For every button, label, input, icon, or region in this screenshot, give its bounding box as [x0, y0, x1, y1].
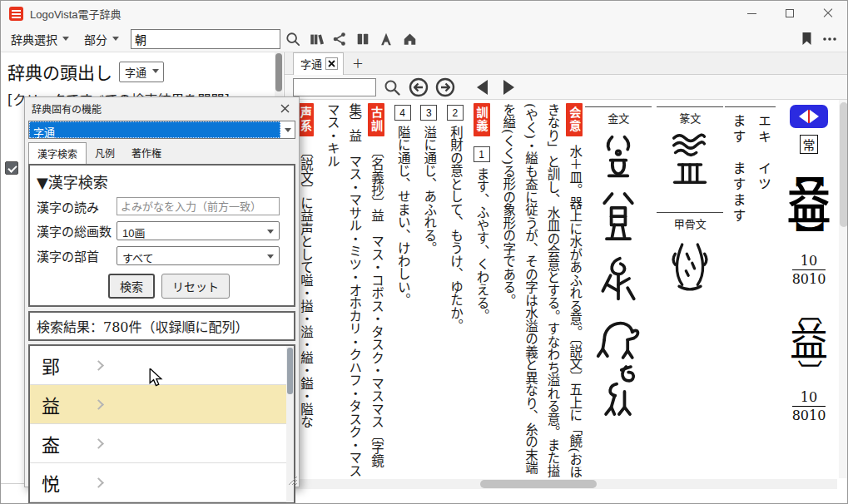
history-back-button[interactable]	[408, 77, 429, 98]
search-submit-button[interactable]: 検索	[108, 274, 155, 299]
chevron-right-icon	[93, 399, 104, 410]
kokun-badge: 古訓	[368, 103, 384, 136]
new-tab-button[interactable]: ＋	[344, 54, 372, 74]
dialog-title: 辞典固有の機能	[32, 101, 102, 116]
kungi-text-2: 利財の意として、もうけ、ゆたか。	[448, 126, 463, 332]
dialog-dict-selected: 字通	[29, 121, 280, 138]
horizontal-scrollbar-thumb[interactable]	[480, 480, 597, 488]
bookmark-button[interactable]	[796, 28, 817, 50]
tab-jitsu[interactable]: 字通	[293, 52, 344, 75]
stroke-count: 10	[792, 253, 826, 270]
vertical-scrollbar-thumb[interactable]	[840, 102, 848, 227]
bronze-column: 金文	[585, 106, 652, 484]
share-button[interactable]	[329, 28, 350, 50]
article-content: 常 【 益 】 10 8010 〔 益 〕 10 8010	[285, 100, 848, 504]
ancient-glyph-table: 篆文 甲骨文 金文	[585, 106, 723, 484]
prev-entry-button[interactable]	[471, 77, 493, 98]
list-item-highlighted[interactable]: 益	[30, 385, 294, 424]
home-icon	[402, 32, 418, 47]
item-number: 4	[394, 105, 411, 121]
library-button[interactable]	[305, 28, 327, 50]
dict-checkbox[interactable]	[5, 161, 18, 175]
horizontal-scrollbar[interactable]	[285, 479, 837, 489]
radical-select[interactable]: すべて	[117, 246, 280, 265]
ellipsis-icon	[822, 37, 837, 42]
arrow-right-circle-icon	[435, 77, 455, 97]
tab-copyright[interactable]: 著作権	[123, 142, 170, 164]
reading-input[interactable]	[117, 197, 280, 215]
list-item[interactable]: 悦	[30, 463, 294, 502]
chevron-down-icon	[285, 128, 291, 132]
home-button[interactable]	[399, 28, 420, 50]
bronze-glyph-5	[595, 363, 642, 418]
kaii-badge: 会意	[566, 103, 583, 136]
section-kokun: 古訓〔名義抄〕益 マス・コボス・タスク・マスマス〔字鏡集〕益 マス・マサル・ミツ…	[320, 103, 387, 484]
dict-select-label: 辞典選択	[11, 31, 57, 47]
match-mode-label: 部分	[84, 31, 107, 47]
section-kungi-item-1: 訓義1ます、ふやす、くわえる。	[470, 103, 493, 484]
bronze-glyph-4	[595, 309, 642, 360]
panel-dict-select[interactable]: 字通	[119, 62, 164, 82]
more-options-button[interactable]	[819, 28, 841, 50]
match-mode-dropdown[interactable]: 部分	[79, 27, 124, 51]
chevron-right-icon	[93, 477, 104, 488]
panel-title: 辞典の頭出し	[7, 59, 112, 84]
library-books-icon	[309, 32, 325, 47]
result-kanji: 益	[42, 391, 60, 418]
two-pane-button[interactable]	[352, 28, 374, 50]
dialog-dict-combobox[interactable]: 字通	[28, 121, 295, 139]
close-button[interactable]	[809, 1, 847, 26]
font-size-button[interactable]	[375, 28, 397, 50]
dict-select-dropdown[interactable]: 辞典選択	[6, 27, 74, 51]
chevron-down-icon	[152, 69, 159, 73]
chevron-down-icon	[267, 230, 274, 234]
dialog-close-button[interactable]	[277, 101, 292, 116]
result-kanji: 悦	[42, 469, 60, 496]
dialog-titlebar[interactable]: 辞典固有の機能	[25, 97, 299, 119]
two-pane-icon	[355, 32, 370, 47]
headword-old-kanji: 益	[790, 320, 828, 364]
results-scrollbar-thumb[interactable]	[287, 348, 293, 394]
search-icon	[384, 79, 400, 96]
in-page-search-input[interactable]	[293, 78, 376, 96]
triangle-right-icon	[503, 80, 514, 95]
prev-next-entry-button[interactable]	[790, 105, 828, 128]
global-search-input[interactable]	[131, 29, 280, 49]
vertical-scrollbar[interactable]	[839, 100, 848, 478]
bronze-glyph-1	[595, 131, 642, 184]
font-size-icon	[379, 32, 394, 47]
tab-legend[interactable]: 凡例	[87, 142, 123, 164]
kaii-text: 水＋皿。器上に水があふれる意。〔説文〕五上に「饒(おほ)きなり」と訓し、水皿の会…	[500, 103, 582, 483]
list-item[interactable]: 盇	[30, 424, 294, 463]
share-icon	[332, 32, 347, 47]
history-forward-button[interactable]	[434, 77, 456, 98]
resize-grip[interactable]	[287, 475, 297, 485]
strokes-select[interactable]: 10画	[117, 221, 280, 240]
minimize-button[interactable]	[732, 1, 771, 26]
search-button[interactable]	[282, 28, 304, 50]
chevron-down-icon	[267, 254, 274, 259]
reset-button[interactable]: リセット	[161, 274, 230, 299]
chevron-right-icon	[93, 438, 104, 449]
window-title: LogoVista電子辞典	[30, 6, 121, 22]
stroke-code-main: 10 8010	[792, 253, 826, 287]
dictionary-article: 常 【 益 】 10 8010 〔 益 〕 10 8010	[285, 101, 839, 484]
dict-functions-dialog: 辞典固有の機能 字通 漢字検索 凡例 著作権 ▼漢字検索 漢字の読み 漢字の総画…	[24, 96, 300, 487]
main-toolbar: 辞典選択 部分	[1, 26, 847, 52]
maximize-button[interactable]	[771, 1, 809, 26]
tab-kanji-search[interactable]: 漢字検索	[28, 142, 87, 164]
seikei-text: 〔説文〕に益声として嗌・搤・溢・縊・鎰・隘な	[298, 145, 313, 428]
in-page-search-button[interactable]	[381, 77, 403, 98]
tab-close-button[interactable]	[325, 57, 338, 70]
next-entry-button[interactable]	[498, 77, 519, 98]
panel-scrollbar-thumb[interactable]	[275, 53, 282, 91]
tab-label: 字通	[300, 56, 322, 72]
readings-column: エキ イツ ます ますます	[725, 106, 776, 314]
headword-old-form: 〔 益 〕	[790, 305, 828, 379]
combobox-arrow-button[interactable]	[280, 121, 295, 138]
search-icon	[285, 32, 300, 47]
bronze-script-label: 金文	[585, 106, 652, 129]
form-section-title[interactable]: ▼漢字検索	[37, 170, 287, 192]
logovista-logo-icon	[9, 7, 23, 21]
dict-tabbar: 字通 ＋	[285, 52, 848, 75]
